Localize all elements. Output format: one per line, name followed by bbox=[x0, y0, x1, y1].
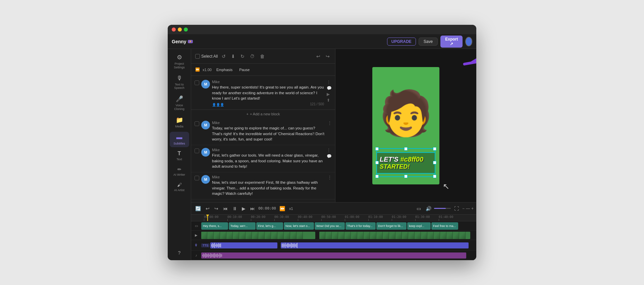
handle-bottom-middle[interactable] bbox=[404, 175, 408, 178]
expand-button[interactable]: ⛶ bbox=[453, 205, 460, 212]
subtitle-chip[interactable]: Now, let's start o... bbox=[284, 222, 314, 230]
handle-bottom-right[interactable] bbox=[433, 175, 436, 178]
sidebar-item-ai-artist[interactable]: 🖌 AI Artist bbox=[170, 180, 189, 194]
save-button[interactable]: Save bbox=[419, 38, 438, 46]
block-text[interactable]: Now, let's start our experiment! First, … bbox=[212, 180, 325, 196]
wave-bar bbox=[290, 244, 290, 247]
zoom-slider[interactable]: — bbox=[466, 206, 470, 211]
wave-bar bbox=[291, 243, 291, 248]
sidebar-item-text-to-speech[interactable]: 🎙 Text toSpeech bbox=[170, 73, 189, 92]
subtitle-chip[interactable]: That's it for today... bbox=[345, 222, 376, 230]
minimize-button[interactable] bbox=[178, 27, 182, 32]
wave-bar bbox=[221, 254, 222, 257]
block-checkbox[interactable] bbox=[195, 149, 199, 153]
block-checkbox[interactable] bbox=[195, 80, 199, 85]
player-right-controls: ▭ 🔊 ⛶ − — + bbox=[415, 205, 474, 212]
delete-icon[interactable]: 🗑 bbox=[259, 52, 266, 60]
undo-icon[interactable]: ↩ bbox=[315, 52, 322, 60]
wave-bar bbox=[220, 243, 221, 247]
avatar[interactable] bbox=[465, 37, 472, 46]
comment-icon[interactable]: 💬 bbox=[327, 154, 332, 159]
subtitle-track-content[interactable]: Hey there, s... Today, we'r... First, le… bbox=[201, 221, 476, 230]
subtitle-chip[interactable]: Wow! Did you se... bbox=[315, 222, 345, 230]
share-icon[interactable]: ⬆ bbox=[327, 98, 332, 103]
wave-bar bbox=[285, 243, 285, 248]
wave-bar bbox=[214, 243, 215, 248]
subtitle-chip[interactable]: Today, we'r... bbox=[229, 222, 256, 230]
video-frame bbox=[227, 232, 233, 239]
play-icon[interactable]: ▶ bbox=[327, 92, 332, 97]
wave-bar bbox=[217, 244, 218, 247]
speed-control[interactable]: x1.00 bbox=[203, 68, 212, 72]
block-content: Mike Now, let's start our experiment! Fi… bbox=[212, 175, 325, 196]
fast-forward-button[interactable]: ⏩ bbox=[278, 205, 286, 212]
more-icon[interactable]: ⋮ bbox=[327, 80, 332, 84]
subtitle-chip[interactable]: Hey there, s... bbox=[201, 222, 228, 230]
close-button[interactable] bbox=[172, 27, 176, 32]
caption-button[interactable]: ▭ bbox=[415, 205, 422, 212]
block-checkbox[interactable] bbox=[195, 121, 199, 126]
help-button[interactable]: ? bbox=[170, 248, 189, 258]
script-toolbar: Select All ↺ ⬇ ↻ ⏱ 🗑 ↩ ↪ bbox=[191, 49, 335, 64]
wave-bar bbox=[296, 243, 297, 247]
block-text[interactable]: Today, we're going to explore the magic … bbox=[212, 125, 325, 142]
redo-player-button[interactable]: ↪ bbox=[213, 205, 220, 212]
subtitle-chip[interactable]: Feel free to ma... bbox=[431, 222, 458, 230]
block-text[interactable]: Hey there, super scientists! It's great … bbox=[212, 84, 324, 101]
comment-icon[interactable]: 💬 bbox=[327, 86, 332, 91]
volume-slider[interactable] bbox=[434, 208, 451, 209]
audio-track-content[interactable]: TTS bbox=[201, 240, 476, 250]
play-button[interactable]: ▶ bbox=[240, 205, 247, 212]
video-frame bbox=[447, 232, 453, 239]
maximize-button[interactable] bbox=[184, 27, 188, 32]
preview-area: 🧑 LET'S #c8ff00 STARTED! bbox=[335, 49, 476, 202]
redo-icon[interactable]: ↪ bbox=[324, 52, 331, 60]
upgrade-button[interactable]: UPGRADE bbox=[387, 38, 416, 46]
refresh-icon[interactable]: ↺ bbox=[220, 52, 227, 60]
loop-button[interactable]: 🔄 bbox=[194, 205, 202, 212]
subtitle-chip[interactable]: keep expl... bbox=[407, 222, 431, 230]
main-layout: ⚙ ProjectSettings 🎙 Text toSpeech 🎤 Voic… bbox=[168, 49, 476, 260]
sidebar-item-voice-cloning[interactable]: 🎤 Voice Cloning bbox=[170, 93, 189, 113]
skip-forward-button[interactable]: ⏭ bbox=[249, 205, 256, 212]
speed-display: x1 bbox=[289, 207, 293, 211]
text-overlay[interactable]: LET'S #c8ff00 STARTED! bbox=[376, 152, 435, 174]
more-icon[interactable]: ⋮ bbox=[327, 148, 332, 153]
speaker-name: Mike bbox=[212, 121, 325, 125]
download-icon[interactable]: ⬇ bbox=[230, 52, 236, 60]
loop-icon[interactable]: ↻ bbox=[239, 52, 246, 60]
pause-player-button[interactable]: ⏸ bbox=[231, 205, 238, 212]
handle-bottom-left[interactable] bbox=[375, 175, 379, 178]
select-all-button[interactable]: Select All bbox=[195, 54, 218, 59]
script-blocks: M Mike Hey there, super scientists! It's… bbox=[191, 76, 335, 202]
zoom-out-button[interactable]: − bbox=[462, 206, 465, 211]
more-icon[interactable]: ⋮ bbox=[328, 175, 332, 180]
sidebar-item-subtitles[interactable]: ▬ Subtitles bbox=[170, 132, 189, 148]
clock-icon[interactable]: ⏱ bbox=[249, 52, 256, 60]
skip-back-button[interactable]: ⏮ bbox=[222, 205, 229, 212]
sidebar-item-media[interactable]: 📁 Media bbox=[170, 114, 189, 130]
music-track-content[interactable] bbox=[201, 251, 476, 260]
sidebar-item-project-settings[interactable]: ⚙ ProjectSettings bbox=[170, 52, 189, 71]
logo: Genny ⚡ bbox=[172, 39, 382, 44]
select-all-checkbox[interactable] bbox=[195, 54, 200, 59]
volume-control[interactable]: 🔊 bbox=[424, 205, 451, 212]
block-checkbox[interactable] bbox=[195, 176, 199, 180]
zoom-in-button[interactable]: + bbox=[471, 206, 474, 211]
video-strip-1[interactable] bbox=[201, 232, 315, 239]
video-strip-2[interactable] bbox=[319, 232, 470, 239]
export-button[interactable]: Export ↗ bbox=[440, 36, 463, 48]
preview-canvas[interactable]: 🧑 LET'S #c8ff00 STARTED! bbox=[372, 67, 439, 184]
block-text[interactable]: First, let's gather our tools. We will n… bbox=[212, 153, 324, 169]
sidebar-item-text[interactable]: T Text bbox=[170, 149, 189, 163]
sidebar-item-ai-writer[interactable]: ✏ AI Writer bbox=[170, 165, 189, 179]
pause-button[interactable]: Pause bbox=[237, 67, 252, 72]
subtitle-chip[interactable]: Don't forget to lik... bbox=[376, 222, 407, 230]
add-block-button[interactable]: + + Add a new block bbox=[191, 110, 335, 118]
more-icon[interactable]: ⋮ bbox=[328, 121, 332, 125]
undo-player-button[interactable]: ↩ bbox=[204, 205, 211, 212]
video-track-content[interactable] bbox=[201, 231, 476, 240]
emphasis-button[interactable]: Emphasis bbox=[214, 67, 234, 72]
subtitle-chip[interactable]: First, let's g... bbox=[256, 222, 283, 230]
volume-icon[interactable]: 🔊 bbox=[424, 205, 433, 212]
